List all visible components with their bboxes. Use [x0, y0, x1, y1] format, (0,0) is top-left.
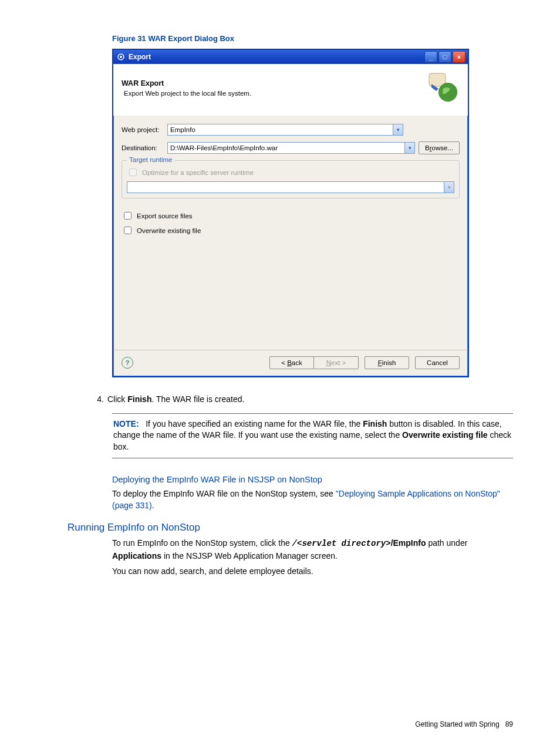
overwrite-label: Overwrite existing file	[137, 227, 201, 234]
button-bar: ? < Back Next > Finish Cancel	[113, 350, 468, 376]
step-4: 4. Click Finish. The WAR file is created…	[91, 394, 513, 405]
svg-point-1	[120, 56, 122, 58]
export-source-checkbox[interactable]	[124, 212, 131, 220]
heading-running: Running EmpInfo on NonStop	[68, 522, 513, 534]
chevron-down-icon: ▾	[404, 143, 414, 153]
overwrite-checkbox[interactable]	[124, 227, 131, 234]
back-button[interactable]: < Back	[269, 356, 314, 369]
chevron-down-icon: ▾	[444, 182, 454, 193]
dialog-screenshot: Export _ □ × WAR Export Export Web proje…	[112, 49, 513, 377]
titlebar: Export _ □ ×	[113, 50, 468, 64]
minimize-button[interactable]: _	[424, 51, 437, 63]
heading-deploy: Deploying the EmpInfo WAR File in NSJSP …	[112, 475, 513, 484]
para-deploy: To deploy the EmpInfo WAR file on the No…	[112, 488, 513, 512]
group-legend: Target runtime	[127, 156, 175, 163]
close-button[interactable]: ×	[453, 51, 465, 63]
para-run-2: You can now add, search, and delete empl…	[112, 565, 513, 577]
optimize-checkbox	[129, 168, 137, 176]
step-number: 4.	[91, 394, 104, 405]
web-project-label: Web project:	[122, 126, 167, 133]
step-text: Click Finish. The WAR file is created.	[107, 394, 244, 405]
browse-button[interactable]: Browse...	[419, 141, 460, 154]
form-area: Web project: EmpInfo ▾ Destination: D:\W…	[113, 116, 468, 350]
web-project-value: EmpInfo	[170, 126, 195, 133]
export-dialog: Export _ □ × WAR Export Export Web proje…	[112, 49, 469, 377]
export-source-label: Export source files	[137, 212, 193, 220]
chevron-down-icon: ▾	[393, 124, 403, 135]
help-icon[interactable]: ?	[122, 357, 133, 369]
export-wizard-icon	[426, 71, 460, 105]
export-icon	[117, 53, 125, 61]
window-title: Export	[129, 53, 151, 61]
runtime-combo: ▾	[127, 181, 454, 193]
next-button: Next >	[314, 356, 359, 369]
note-label: NOTE:	[113, 419, 139, 428]
cancel-button[interactable]: Cancel	[415, 356, 460, 369]
target-runtime-group: Target runtime Optimize for a specific s…	[122, 160, 460, 198]
para-run-1: To run EmpInfo on the NonStop system, cl…	[112, 537, 513, 562]
page: Figure 31 WAR Export Dialog Box Export _…	[0, 0, 560, 746]
footer: Getting Started with Spring 89	[415, 720, 513, 728]
maximize-button[interactable]: □	[438, 51, 451, 63]
optimize-label: Optimize for a specific server runtime	[142, 169, 254, 176]
wizard-heading: WAR Export	[122, 79, 251, 87]
destination-value: D:\WAR-Files\EmpInfo\EmpInfo.war	[170, 144, 278, 151]
destination-label: Destination:	[122, 144, 167, 151]
figure-caption: Figure 31 WAR Export Dialog Box	[112, 34, 513, 43]
finish-button[interactable]: Finish	[365, 356, 409, 369]
note-box: NOTE: If you have specified an existing …	[112, 413, 513, 458]
wizard-subheading: Export Web project to the local file sys…	[124, 90, 251, 97]
wizard-banner: WAR Export Export Web project to the loc…	[113, 64, 468, 116]
web-project-combo[interactable]: EmpInfo ▾	[167, 124, 403, 136]
destination-combo[interactable]: D:\WAR-Files\EmpInfo\EmpInfo.war ▾	[167, 142, 415, 154]
